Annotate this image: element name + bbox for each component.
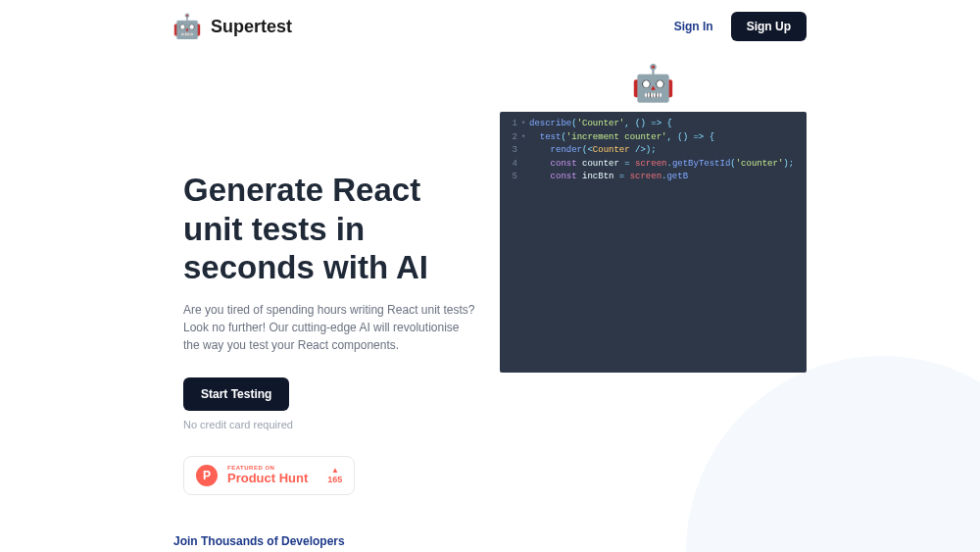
header: 🤖 Supertest Sign In Sign Up bbox=[0, 0, 980, 53]
nav-buttons: Sign In Sign Up bbox=[674, 12, 807, 41]
robot-hero-icon: 🤖 bbox=[631, 63, 675, 104]
line-number: 4 bbox=[506, 158, 517, 172]
fold-icon: ▾ bbox=[521, 131, 529, 145]
product-hunt-icon: P bbox=[196, 465, 218, 486]
line-number: 5 bbox=[506, 171, 517, 184]
hero-right: 🤖 1 ▾ describe('Counter', () => { 2 ▾ te… bbox=[500, 112, 807, 495]
line-number: 1 bbox=[506, 118, 517, 131]
logo-area[interactable]: 🤖 Supertest bbox=[173, 13, 292, 40]
code-line: 1 ▾ describe('Counter', () => { bbox=[500, 118, 807, 131]
signin-button[interactable]: Sign In bbox=[674, 20, 713, 33]
hero-subtitle: Are you tired of spending hours writing … bbox=[183, 301, 476, 354]
code-line: 5 const incBtn = screen.getB bbox=[500, 171, 807, 184]
hero-title: Generate React unit tests in seconds wit… bbox=[183, 171, 476, 287]
start-testing-button[interactable]: Start Testing bbox=[183, 377, 289, 411]
brand-name: Supertest bbox=[211, 17, 292, 37]
hero-left: Generate React unit tests in seconds wit… bbox=[183, 112, 476, 495]
code-content: describe('Counter', () => { bbox=[529, 118, 672, 131]
code-line: 4 const counter = screen.getByTestId('co… bbox=[500, 158, 807, 172]
fold-placeholder bbox=[521, 144, 529, 158]
product-hunt-text: FEATURED ON Product Hunt bbox=[227, 465, 308, 485]
line-number: 3 bbox=[506, 144, 517, 158]
ph-votes: ▲ 165 bbox=[327, 466, 342, 484]
code-line: 3 render(<Counter />); bbox=[500, 144, 807, 158]
no-credit-card-text: No credit card required bbox=[183, 419, 476, 430]
line-number: 2 bbox=[506, 131, 517, 145]
code-editor: 1 ▾ describe('Counter', () => { 2 ▾ test… bbox=[500, 112, 807, 373]
hero-section: Generate React unit tests in seconds wit… bbox=[0, 53, 980, 495]
code-content: test('increment counter', () => { bbox=[529, 131, 714, 145]
robot-icon: 🤖 bbox=[173, 13, 201, 40]
code-content: const counter = screen.getByTestId('coun… bbox=[529, 158, 794, 172]
code-content: render(<Counter />); bbox=[529, 144, 657, 158]
fold-icon: ▾ bbox=[521, 118, 529, 131]
ph-vote-count: 165 bbox=[327, 475, 342, 484]
signup-button[interactable]: Sign Up bbox=[731, 12, 807, 41]
product-hunt-badge[interactable]: P FEATURED ON Product Hunt ▲ 165 bbox=[183, 456, 355, 495]
code-content: const incBtn = screen.getB bbox=[529, 171, 688, 184]
upvote-icon: ▲ bbox=[331, 466, 339, 475]
fold-placeholder bbox=[521, 171, 529, 184]
code-line: 2 ▾ test('increment counter', () => { bbox=[500, 131, 807, 145]
fold-placeholder bbox=[521, 158, 529, 172]
section-label: Join Thousands of Developers bbox=[173, 534, 345, 548]
ph-name: Product Hunt bbox=[227, 471, 308, 485]
